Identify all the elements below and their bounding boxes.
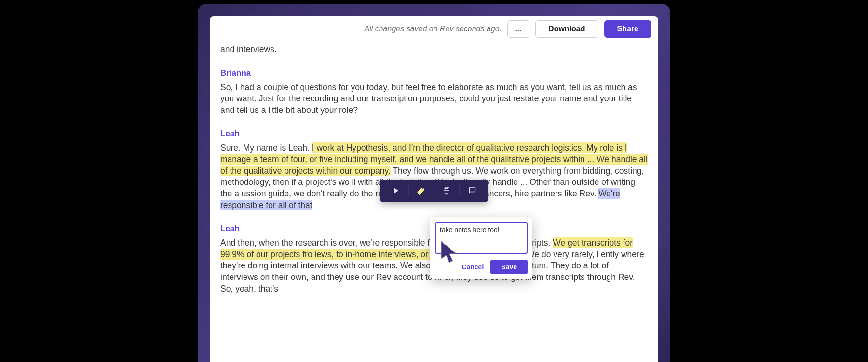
comment-button[interactable] xyxy=(460,182,485,199)
speaker-label[interactable]: Leah xyxy=(220,128,648,139)
note-cancel-button[interactable]: Cancel xyxy=(461,263,484,271)
note-input[interactable] xyxy=(435,222,528,254)
transcript-content[interactable]: and interviews. Brianna So, I had a coup… xyxy=(210,42,658,362)
speaker-label[interactable]: Brianna xyxy=(220,68,648,79)
highlight-button[interactable] xyxy=(409,182,434,199)
strikethrough-button[interactable] xyxy=(434,182,460,199)
note-popover: Cancel Save xyxy=(430,217,532,279)
transcript-line[interactable]: and interviews. xyxy=(220,44,648,56)
text-span[interactable]: Sure. My name is Leah. xyxy=(220,143,312,153)
note-save-button[interactable]: Save xyxy=(490,260,528,274)
download-button[interactable]: Download xyxy=(535,20,598,38)
highlight-icon xyxy=(417,186,426,195)
play-selection-button[interactable] xyxy=(383,182,408,199)
comment-icon xyxy=(468,186,477,195)
save-status: All changes saved on Rev seconds ago. xyxy=(364,25,502,33)
top-toolbar: All changes saved on Rev seconds ago. ..… xyxy=(210,16,658,42)
transcript-line[interactable]: So, I had a couple of questions for you … xyxy=(220,82,648,116)
share-button[interactable]: Share xyxy=(604,20,651,38)
selection-toolbar xyxy=(380,180,488,202)
more-menu-button[interactable]: ... xyxy=(507,20,529,38)
play-icon xyxy=(391,186,401,195)
strikethrough-icon xyxy=(442,186,452,195)
